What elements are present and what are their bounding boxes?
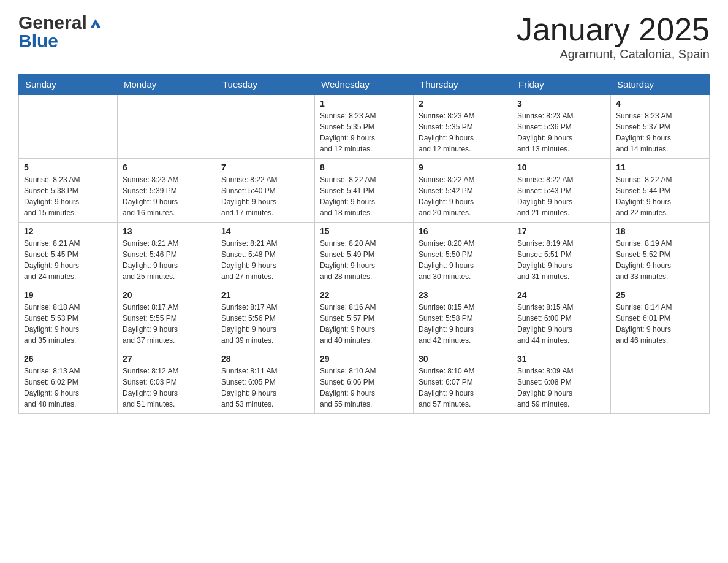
day-number: 16	[419, 226, 507, 236]
calendar-week-row: 19Sunrise: 8:18 AM Sunset: 5:53 PM Dayli…	[19, 286, 710, 350]
calendar-cell: 13Sunrise: 8:21 AM Sunset: 5:46 PM Dayli…	[118, 223, 216, 286]
day-info: Sunrise: 8:19 AM Sunset: 5:51 PM Dayligh…	[517, 238, 605, 282]
calendar-week-row: 26Sunrise: 8:13 AM Sunset: 6:02 PM Dayli…	[19, 350, 710, 414]
calendar-cell: 20Sunrise: 8:17 AM Sunset: 5:55 PM Dayli…	[118, 286, 216, 350]
day-info: Sunrise: 8:22 AM Sunset: 5:43 PM Dayligh…	[517, 174, 605, 218]
calendar-cell: 16Sunrise: 8:20 AM Sunset: 5:50 PM Dayli…	[414, 223, 512, 286]
calendar-cell: 23Sunrise: 8:15 AM Sunset: 5:58 PM Dayli…	[414, 286, 512, 350]
day-number: 28	[221, 354, 309, 364]
calendar-cell: 18Sunrise: 8:19 AM Sunset: 5:52 PM Dayli…	[611, 223, 710, 286]
calendar-cell	[611, 350, 710, 414]
calendar-cell: 19Sunrise: 8:18 AM Sunset: 5:53 PM Dayli…	[19, 286, 118, 350]
calendar-cell: 1Sunrise: 8:23 AM Sunset: 5:35 PM Daylig…	[315, 95, 414, 159]
calendar-cell: 29Sunrise: 8:10 AM Sunset: 6:06 PM Dayli…	[315, 350, 414, 414]
calendar-cell: 4Sunrise: 8:23 AM Sunset: 5:37 PM Daylig…	[611, 95, 710, 159]
page-title: January 2025	[517, 12, 710, 47]
calendar-cell: 14Sunrise: 8:21 AM Sunset: 5:48 PM Dayli…	[216, 223, 315, 286]
day-info: Sunrise: 8:23 AM Sunset: 5:39 PM Dayligh…	[123, 174, 211, 218]
day-number: 22	[320, 290, 408, 300]
calendar-day-header: Thursday	[414, 74, 512, 95]
calendar-cell: 2Sunrise: 8:23 AM Sunset: 5:35 PM Daylig…	[414, 95, 512, 159]
day-number: 3	[517, 99, 605, 109]
day-number: 2	[419, 99, 507, 109]
day-info: Sunrise: 8:21 AM Sunset: 5:45 PM Dayligh…	[24, 238, 112, 282]
day-number: 21	[221, 290, 309, 300]
calendar-header-row: SundayMondayTuesdayWednesdayThursdayFrid…	[19, 74, 710, 95]
day-info: Sunrise: 8:22 AM Sunset: 5:44 PM Dayligh…	[616, 174, 704, 218]
day-info: Sunrise: 8:15 AM Sunset: 6:00 PM Dayligh…	[517, 302, 605, 346]
day-info: Sunrise: 8:19 AM Sunset: 5:52 PM Dayligh…	[616, 238, 704, 282]
day-info: Sunrise: 8:23 AM Sunset: 5:36 PM Dayligh…	[517, 110, 605, 155]
day-number: 19	[24, 290, 112, 300]
day-info: Sunrise: 8:23 AM Sunset: 5:38 PM Dayligh…	[24, 174, 112, 218]
calendar-cell: 3Sunrise: 8:23 AM Sunset: 5:36 PM Daylig…	[512, 95, 611, 159]
calendar-cell: 30Sunrise: 8:10 AM Sunset: 6:07 PM Dayli…	[414, 350, 512, 414]
day-number: 8	[320, 163, 408, 172]
day-number: 1	[320, 99, 408, 109]
day-info: Sunrise: 8:21 AM Sunset: 5:48 PM Dayligh…	[221, 238, 309, 282]
calendar-cell: 21Sunrise: 8:17 AM Sunset: 5:56 PM Dayli…	[216, 286, 315, 350]
day-info: Sunrise: 8:20 AM Sunset: 5:50 PM Dayligh…	[419, 238, 507, 282]
day-number: 30	[419, 354, 507, 364]
day-number: 5	[24, 163, 112, 172]
day-info: Sunrise: 8:10 AM Sunset: 6:07 PM Dayligh…	[419, 366, 507, 410]
day-number: 24	[517, 290, 605, 300]
day-number: 9	[419, 163, 507, 172]
calendar-cell: 28Sunrise: 8:11 AM Sunset: 6:05 PM Dayli…	[216, 350, 315, 414]
day-number: 27	[123, 354, 211, 364]
calendar-day-header: Wednesday	[315, 74, 414, 95]
day-info: Sunrise: 8:22 AM Sunset: 5:41 PM Dayligh…	[320, 174, 408, 218]
day-info: Sunrise: 8:20 AM Sunset: 5:49 PM Dayligh…	[320, 238, 408, 282]
calendar-cell: 25Sunrise: 8:14 AM Sunset: 6:01 PM Dayli…	[611, 286, 710, 350]
day-info: Sunrise: 8:13 AM Sunset: 6:02 PM Dayligh…	[24, 366, 112, 410]
calendar-day-header: Friday	[512, 74, 611, 95]
day-info: Sunrise: 8:22 AM Sunset: 5:42 PM Dayligh…	[419, 174, 507, 218]
page-header: General Blue January 2025 Agramunt, Cata…	[18, 12, 710, 61]
day-number: 20	[123, 290, 211, 300]
day-info: Sunrise: 8:21 AM Sunset: 5:46 PM Dayligh…	[123, 238, 211, 282]
calendar-cell	[216, 95, 315, 159]
day-number: 26	[24, 354, 112, 364]
day-info: Sunrise: 8:15 AM Sunset: 5:58 PM Dayligh…	[419, 302, 507, 346]
calendar-table: SundayMondayTuesdayWednesdayThursdayFrid…	[18, 74, 710, 414]
day-info: Sunrise: 8:12 AM Sunset: 6:03 PM Dayligh…	[123, 366, 211, 410]
day-info: Sunrise: 8:09 AM Sunset: 6:08 PM Dayligh…	[517, 366, 605, 410]
calendar-week-row: 12Sunrise: 8:21 AM Sunset: 5:45 PM Dayli…	[19, 223, 710, 286]
day-number: 12	[24, 226, 112, 236]
day-number: 10	[517, 163, 605, 172]
calendar-cell: 24Sunrise: 8:15 AM Sunset: 6:00 PM Dayli…	[512, 286, 611, 350]
logo-icon	[89, 12, 102, 33]
day-info: Sunrise: 8:23 AM Sunset: 5:35 PM Dayligh…	[419, 110, 507, 155]
day-info: Sunrise: 8:18 AM Sunset: 5:53 PM Dayligh…	[24, 302, 112, 346]
day-number: 6	[123, 163, 211, 172]
calendar-day-header: Sunday	[19, 74, 118, 95]
calendar-cell: 7Sunrise: 8:22 AM Sunset: 5:40 PM Daylig…	[216, 159, 315, 223]
day-info: Sunrise: 8:17 AM Sunset: 5:56 PM Dayligh…	[221, 302, 309, 346]
day-info: Sunrise: 8:16 AM Sunset: 5:57 PM Dayligh…	[320, 302, 408, 346]
day-info: Sunrise: 8:22 AM Sunset: 5:40 PM Dayligh…	[221, 174, 309, 218]
day-number: 23	[419, 290, 507, 300]
calendar-cell: 11Sunrise: 8:22 AM Sunset: 5:44 PM Dayli…	[611, 159, 710, 223]
day-number: 18	[616, 226, 704, 236]
page-subtitle: Agramunt, Catalonia, Spain	[517, 47, 710, 61]
day-number: 4	[616, 99, 704, 109]
calendar-day-header: Monday	[118, 74, 216, 95]
calendar-cell: 6Sunrise: 8:23 AM Sunset: 5:39 PM Daylig…	[118, 159, 216, 223]
day-number: 31	[517, 354, 605, 364]
day-number: 29	[320, 354, 408, 364]
calendar-cell: 26Sunrise: 8:13 AM Sunset: 6:02 PM Dayli…	[19, 350, 118, 414]
calendar-day-header: Tuesday	[216, 74, 315, 95]
day-info: Sunrise: 8:10 AM Sunset: 6:06 PM Dayligh…	[320, 366, 408, 410]
calendar-cell: 5Sunrise: 8:23 AM Sunset: 5:38 PM Daylig…	[19, 159, 118, 223]
calendar-cell: 27Sunrise: 8:12 AM Sunset: 6:03 PM Dayli…	[118, 350, 216, 414]
day-number: 14	[221, 226, 309, 236]
logo: General Blue	[18, 12, 102, 52]
day-number: 7	[221, 163, 309, 172]
calendar-cell: 17Sunrise: 8:19 AM Sunset: 5:51 PM Dayli…	[512, 223, 611, 286]
day-number: 17	[517, 226, 605, 236]
calendar-cell: 9Sunrise: 8:22 AM Sunset: 5:42 PM Daylig…	[414, 159, 512, 223]
day-number: 25	[616, 290, 704, 300]
calendar-day-header: Saturday	[611, 74, 710, 95]
day-info: Sunrise: 8:14 AM Sunset: 6:01 PM Dayligh…	[616, 302, 704, 346]
calendar-cell: 10Sunrise: 8:22 AM Sunset: 5:43 PM Dayli…	[512, 159, 611, 223]
